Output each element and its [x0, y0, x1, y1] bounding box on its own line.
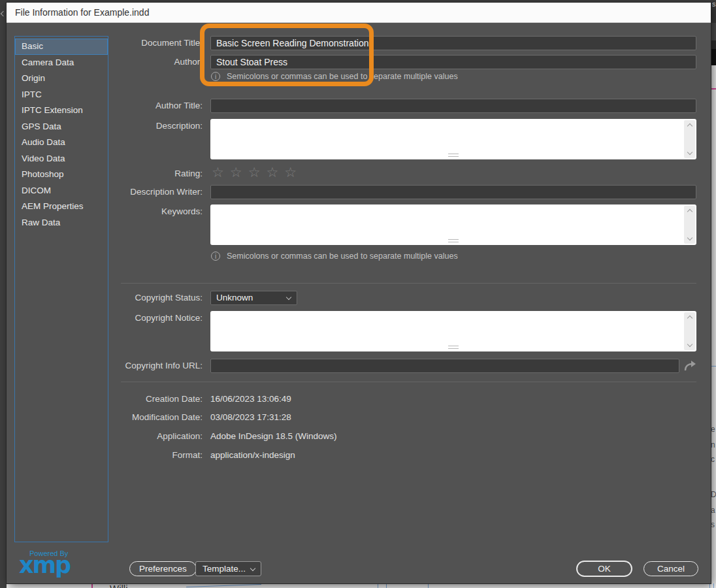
dialog-title: File Information for Example.indd [15, 7, 149, 18]
textarea-scrollbar[interactable] [684, 206, 695, 244]
background-chevron-fragment [1, 11, 6, 16]
sidebar-item-photoshop[interactable]: Photoshop [15, 167, 108, 183]
modification-date-value: 03/08/2023 17:31:28 [210, 410, 291, 425]
application-label: Application: [118, 429, 203, 444]
indesign-app-background: s e n c D a s Willi File Information for… [0, 0, 716, 588]
scroll-up-icon[interactable] [687, 316, 692, 321]
textarea-scrollbar[interactable] [684, 312, 695, 350]
keywords-hint-text: Semicolons or commas can be used to sepa… [227, 251, 458, 261]
copyright-info-url-input[interactable] [210, 359, 679, 373]
document-title-label: Document Title: [118, 36, 203, 50]
star-icon[interactable]: ☆ [212, 165, 230, 180]
description-writer-label: Description Writer: [118, 185, 203, 199]
background-letter-fragment: c [711, 455, 716, 464]
go-to-url-arrow-icon[interactable] [683, 360, 698, 374]
sidebar-item-audio-data[interactable]: Audio Data [15, 135, 108, 151]
keywords-textarea[interactable] [210, 204, 696, 245]
sidebar-item-video-data[interactable]: Video Data [15, 151, 108, 167]
star-icon[interactable]: ☆ [230, 165, 248, 180]
description-writer-input[interactable] [210, 185, 696, 199]
guide-line-fragment [709, 583, 710, 588]
guide-line-fragment [713, 583, 714, 588]
template-dropdown-label: Template... [203, 564, 246, 574]
info-icon [211, 72, 220, 81]
file-information-dialog: File Information for Example.indd Basic … [7, 3, 711, 583]
author-input[interactable] [210, 55, 696, 69]
info-icon [211, 252, 220, 261]
background-letter-fragment: a [711, 506, 716, 515]
background-text-fragment: Willi [110, 583, 128, 588]
sidebar-item-basic[interactable]: Basic [15, 39, 108, 55]
rating-label: Rating: [118, 167, 203, 181]
background-left-strip [0, 0, 7, 588]
template-dropdown-button[interactable]: Template... [195, 561, 261, 576]
sidebar-item-aem-properties[interactable]: AEM Properties [15, 199, 108, 215]
description-label: Description: [118, 119, 203, 133]
sidebar-item-raw-data[interactable]: Raw Data [15, 215, 108, 231]
keywords-label: Keywords: [118, 204, 203, 219]
author-label: Author: [118, 55, 203, 69]
guide-line-fragment [378, 583, 378, 588]
format-value: application/x-indesign [210, 448, 295, 463]
sidebar-item-iptc-extension[interactable]: IPTC Extension [15, 103, 108, 119]
rating-stars[interactable]: ☆☆☆☆☆ [212, 165, 302, 180]
creation-date-label: Creation Date: [118, 392, 203, 406]
ok-button[interactable]: OK [576, 561, 632, 577]
scroll-down-icon[interactable] [687, 342, 692, 347]
sidebar-item-iptc[interactable]: IPTC [15, 87, 108, 103]
background-letter-fragment: e [711, 425, 716, 434]
sidebar-item-gps-data[interactable]: GPS Data [15, 119, 108, 135]
copyright-status-dropdown[interactable]: Unknown [210, 291, 297, 305]
section-divider [121, 283, 696, 284]
star-icon[interactable]: ☆ [248, 165, 267, 180]
application-value: Adobe InDesign 18.5 (Windows) [210, 429, 337, 444]
background-panel-fragment [711, 23, 716, 41]
guide-line-fragment [428, 583, 429, 588]
preferences-button[interactable]: Preferences [129, 561, 197, 576]
chevron-down-icon [286, 295, 291, 300]
sidebar-item-origin[interactable]: Origin [15, 71, 108, 87]
dialog-title-bar[interactable]: File Information for Example.indd [7, 3, 711, 23]
author-title-label: Author Title: [118, 99, 203, 113]
star-icon[interactable]: ☆ [266, 165, 284, 180]
textarea-scrollbar[interactable] [684, 120, 695, 158]
background-panel-fragment: s [711, 0, 716, 23]
background-letter-fragment: s [712, 0, 716, 8]
background-document-fragment: e n c D a s [711, 65, 716, 583]
description-textarea[interactable] [210, 119, 696, 159]
resize-grip-icon[interactable] [448, 154, 459, 157]
copyright-status-label: Copyright Status: [118, 291, 203, 305]
star-icon[interactable]: ☆ [284, 165, 302, 180]
scroll-up-icon[interactable] [687, 209, 692, 214]
copyright-info-url-label: Copyright Info URL: [118, 359, 203, 373]
guide-line-fragment [91, 583, 93, 588]
guide-line-fragment [711, 366, 716, 367]
background-bottom-strip: Willi [7, 583, 716, 588]
copyright-notice-textarea[interactable] [210, 311, 696, 351]
format-label: Format: [118, 448, 203, 463]
sidebar-item-camera-data[interactable]: Camera Data [15, 55, 108, 71]
scroll-down-icon[interactable] [687, 235, 692, 240]
chevron-down-icon [250, 566, 255, 571]
author-hint-text: Semicolons or commas can be used to sepa… [227, 71, 458, 82]
author-title-input[interactable] [210, 99, 696, 113]
copyright-status-value: Unknown [216, 293, 253, 302]
dialog-body: Basic Camera Data Origin IPTC IPTC Exten… [7, 23, 711, 583]
metadata-category-list: Basic Camera Data Origin IPTC IPTC Exten… [14, 36, 108, 542]
document-title-input[interactable] [210, 36, 696, 50]
cancel-button[interactable]: Cancel [643, 561, 698, 576]
background-right-strip: s e n c D a s [711, 0, 716, 588]
background-panel-fragment [711, 41, 716, 49]
background-letter-fragment: s [711, 520, 716, 529]
guide-line-fragment [711, 88, 716, 90]
background-letter-fragment: n [711, 440, 716, 449]
xmp-logo: xmp [19, 552, 70, 578]
scroll-down-icon[interactable] [687, 150, 692, 155]
guide-line-fragment [186, 584, 261, 587]
resize-grip-icon[interactable] [448, 239, 459, 242]
section-divider [121, 382, 696, 382]
resize-grip-icon[interactable] [448, 346, 459, 349]
sidebar-item-dicom[interactable]: DICOM [15, 183, 108, 199]
scroll-up-icon[interactable] [687, 123, 692, 129]
copyright-notice-label: Copyright Notice: [118, 311, 203, 325]
